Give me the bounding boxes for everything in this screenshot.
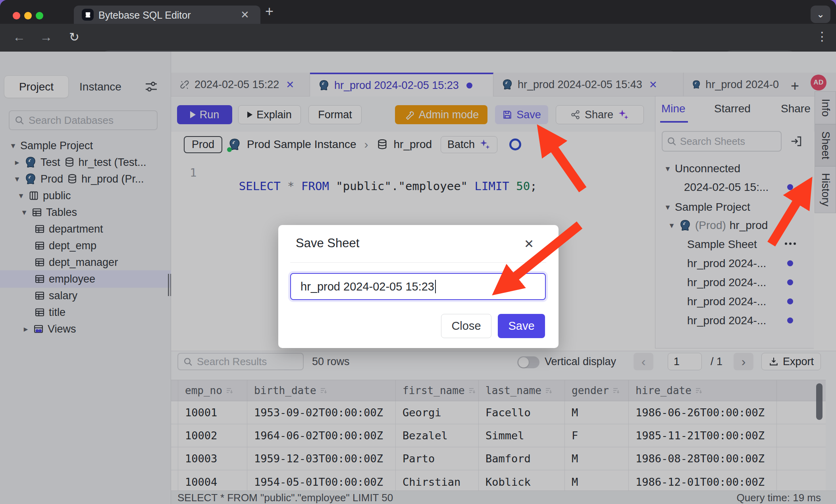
arrow-to-sheet-tab	[771, 195, 801, 244]
browser-window: Bytebase SQL Editor ✕ + ⌄ ← → ↻ localhos…	[0, 0, 836, 504]
annotation-arrows	[0, 0, 836, 504]
arrow-to-save-button	[549, 142, 583, 190]
screen: Bytebase SQL Editor ✕ + ⌄ ← → ↻ localhos…	[0, 0, 836, 504]
arrow-to-sheet-input	[509, 225, 580, 282]
